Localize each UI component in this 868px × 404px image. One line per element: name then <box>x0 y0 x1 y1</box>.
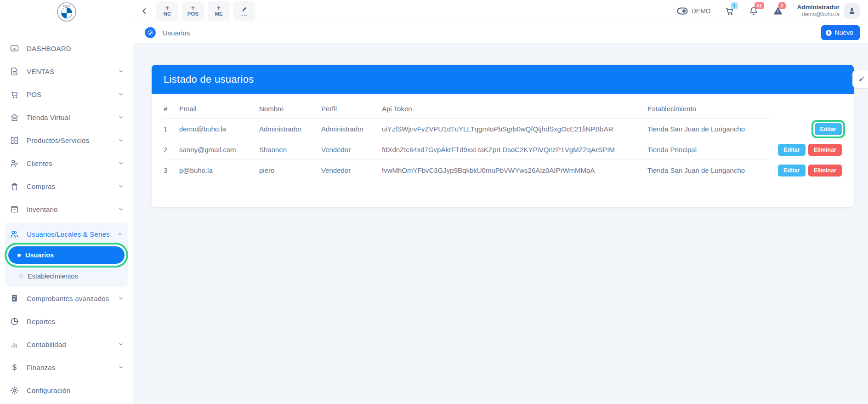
card-header: Listado de usuarios <box>152 65 854 94</box>
bmw-logo-icon: BMW <box>57 2 76 22</box>
dashboard-icon <box>9 43 19 53</box>
bullet-icon <box>17 254 21 257</box>
sidebar-item-compras[interactable]: Compras <box>0 175 133 198</box>
column-header: # <box>164 105 179 113</box>
sidebar-item-label: Usuarios/Locales & Series <box>27 230 117 238</box>
sidebar-item-clientes[interactable]: Clientes <box>0 152 133 175</box>
edit-button[interactable]: Editar <box>815 123 842 135</box>
column-header: Perfil <box>321 105 382 113</box>
row-establecimiento: Tienda San Juan de Lurigancho <box>647 125 769 133</box>
more-actions-button[interactable]: ... <box>233 1 255 21</box>
edit-button[interactable]: Editar <box>778 144 805 156</box>
row-number: 3 <box>164 166 179 174</box>
plus-circle-icon <box>825 29 833 37</box>
user-info: Administrador demo@buho.la <box>797 4 840 18</box>
alerts-button[interactable]: 2 <box>772 6 783 16</box>
user-menu[interactable]: Administrador demo@buho.la <box>797 3 860 19</box>
cart-button[interactable]: 1 <box>725 6 735 16</box>
quick-button-label: NC <box>164 11 171 17</box>
sidebar-item-tienda-virtual[interactable]: Tienda Virtual <box>0 106 133 129</box>
sidebar-item-usuarios-selected[interactable]: Usuarios <box>8 246 125 264</box>
sidebar-item-reportes[interactable]: Reportes <box>0 310 133 333</box>
chevron-down-icon <box>118 160 124 166</box>
brush-icon <box>857 74 866 84</box>
row-api-token: uiYzfSWjnvFvZVPU1dTuYLLTqgmIoPbSgrb0wQfQ… <box>382 125 647 133</box>
collapse-sidebar-button[interactable] <box>140 6 153 16</box>
card-title: Listado de usuarios <box>164 74 254 85</box>
new-me-button[interactable]: + ME <box>208 1 230 21</box>
home-icon <box>9 112 19 122</box>
row-nombre: Administrador <box>259 125 321 133</box>
sidebar-item-inventario[interactable]: Inventario <box>0 198 133 221</box>
plus-icon: + <box>191 5 195 11</box>
quick-actions: + NC + POS + ME ... <box>156 1 255 21</box>
chevron-down-icon <box>118 91 124 97</box>
row-number: 2 <box>164 146 179 154</box>
sidebar-item-ventas[interactable]: VENTAS <box>0 60 133 83</box>
users-card: Listado de usuarios # Email Nombre Perfi… <box>152 65 854 207</box>
row-email: sanny@gmail.com <box>179 146 259 154</box>
row-perfil: Vendedor <box>321 146 382 154</box>
person-icon <box>847 6 857 16</box>
sidebar-item-productos-servicios[interactable]: Productos/Servicios <box>0 129 133 152</box>
toggle-icon <box>677 7 688 15</box>
sidebar-item-contabilidad[interactable]: Contabilidad <box>0 333 133 356</box>
row-nombre: Shannen <box>259 146 321 154</box>
brand-logo: BMW <box>0 1 133 28</box>
users-icon <box>9 229 19 239</box>
sidebar-item-label: POS <box>27 91 118 98</box>
sidebar-item-dashboard[interactable]: DASHBOARD <box>0 37 133 60</box>
new-nc-button[interactable]: + NC <box>156 1 178 21</box>
new-pos-button[interactable]: + POS <box>182 1 204 21</box>
chevron-down-icon <box>118 341 124 347</box>
sidebar-item-configuracion[interactable]: Configuración <box>0 379 133 402</box>
sidebar-item-label: Productos/Servicios <box>27 137 118 144</box>
demo-label: DEMO <box>692 7 711 15</box>
sidebar-item-comprobantes-avanzados[interactable]: Comprobantes avanzados <box>0 287 133 310</box>
column-header: Email <box>179 105 259 113</box>
sidebar-subitem-label: Establecimientos <box>28 273 78 280</box>
pie-chart-icon <box>9 316 19 326</box>
gear-icon <box>9 385 19 395</box>
sidebar-item-label: Compras <box>27 182 118 190</box>
sidebar-item-label: Clientes <box>27 159 118 167</box>
chevron-down-icon <box>118 206 124 212</box>
content-area: Listado de usuarios # Email Nombre Perfi… <box>133 43 868 404</box>
breadcrumb: Usuarios <box>163 29 190 37</box>
sidebar-item-label: Inventario <box>27 205 118 213</box>
chevron-down-icon <box>118 296 124 301</box>
theme-customizer-tab[interactable] <box>852 70 868 88</box>
delete-button[interactable]: Eliminar <box>808 144 842 156</box>
notifications-button[interactable]: 51 <box>749 6 759 16</box>
table-row: 1 demo@buho.la Administrador Administrad… <box>164 119 842 139</box>
topbar: + NC + POS + ME ... D <box>133 0 868 22</box>
demo-toggle[interactable]: DEMO <box>677 7 711 15</box>
row-perfil: Vendedor <box>321 166 382 174</box>
sidebar-item-establecimientos[interactable]: Establecimientos <box>5 268 128 284</box>
quick-button-label: POS <box>187 11 199 17</box>
sidebar-item-finanzas[interactable]: $ Finanzas <box>0 356 133 379</box>
topbar-right: DEMO 1 51 2 Administrador <box>677 3 860 19</box>
avatar <box>844 3 860 19</box>
user-check-icon <box>9 158 19 168</box>
main-area: + NC + POS + ME ... D <box>133 0 868 404</box>
row-nombre: piero <box>259 166 321 174</box>
table-header-row: # Email Nombre Perfil Api Token Establec… <box>164 99 842 119</box>
sidebar-item-usuarios-locales-series[interactable]: Usuarios/Locales & Series <box>5 222 128 245</box>
edit-button[interactable]: Editar <box>778 165 805 176</box>
new-user-button[interactable]: Nuevo <box>821 25 860 40</box>
sidebar-item-pos[interactable]: POS <box>0 83 133 106</box>
quick-button-label: ME <box>215 11 222 17</box>
cart-badge: 1 <box>731 2 738 10</box>
card-body: # Email Nombre Perfil Api Token Establec… <box>152 94 854 207</box>
bmw-logo-text: BMW <box>62 5 70 7</box>
receipt-icon <box>9 293 19 303</box>
chevron-down-icon <box>118 183 124 189</box>
delete-button[interactable]: Eliminar <box>808 165 842 176</box>
plus-icon: + <box>217 5 221 11</box>
sidebar-item-label: Contabilidad <box>27 341 118 348</box>
column-header: Api Token <box>382 105 647 113</box>
row-establecimiento: Tienda Principal <box>647 146 769 154</box>
chevron-down-icon <box>118 364 124 370</box>
grid-icon <box>9 135 19 145</box>
